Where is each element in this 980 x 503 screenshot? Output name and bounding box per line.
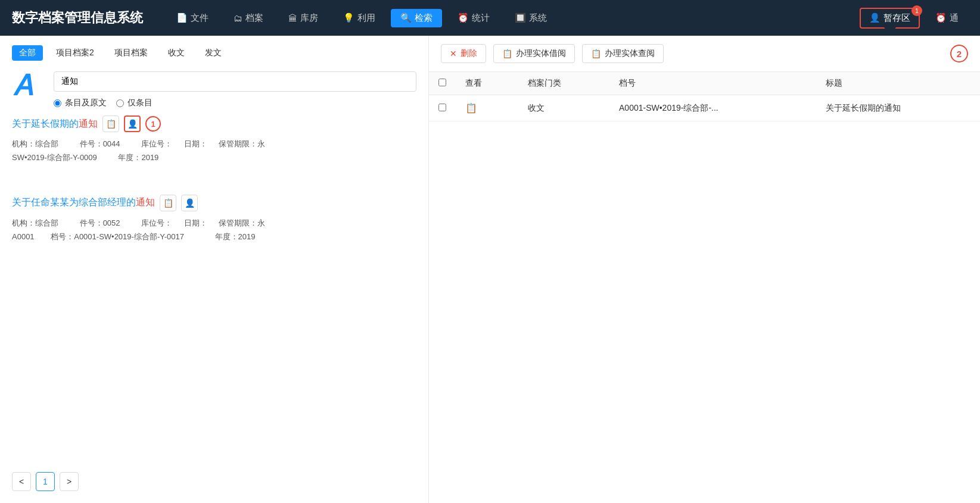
- borrow-label: 办理实体借阅: [516, 48, 566, 59]
- archive-num-label-1: SW•2019-综合部-Y-0009: [12, 153, 97, 162]
- left-panel: 全部 项目档案2 项目档案 收文 发文 𝘈 条目及原文: [0, 36, 429, 503]
- page-1[interactable]: 1: [36, 472, 55, 491]
- notification-label: 通: [950, 13, 959, 24]
- view-icon: 📋: [591, 49, 601, 58]
- radio-full[interactable]: 条目及原文: [54, 98, 107, 108]
- result-title-2[interactable]: 关于任命某某为综合部经理的通知 📋 👤: [12, 195, 416, 211]
- radio-entry-input[interactable]: [116, 99, 124, 107]
- radio-full-input[interactable]: [54, 99, 61, 107]
- page-prev[interactable]: <: [12, 472, 31, 491]
- result-item-1: 关于延长假期的通知 📋 👤 1 机构：综合部 件号：0044 库位号： 日期： …: [12, 115, 416, 177]
- right-panel: ✕ 删除 📋 办理实体借阅 📋 办理实体查阅 2 查看 档案: [429, 36, 980, 503]
- app-title: 数字档案管理信息系统: [12, 9, 143, 27]
- notification-button[interactable]: ⏰ 通: [926, 9, 968, 27]
- result-title-text-2: 关于任命某某为综合部经理的通知: [12, 196, 155, 209]
- filter-tab-project[interactable]: 项目档案: [107, 45, 155, 61]
- file-icon: 📄: [176, 13, 188, 23]
- result-title-text-1: 关于延长假期的通知: [12, 118, 98, 130]
- row-title-cell: 关于延长假期的通知: [816, 95, 980, 121]
- nav-item-system-label: 系统: [529, 13, 547, 24]
- location-label-2: 库位号：: [141, 218, 172, 227]
- archive-code-2: A0001: [12, 232, 35, 241]
- temp-zone-badge: 1: [911, 5, 922, 16]
- nav-item-archives[interactable]: 🗂 档案: [224, 9, 273, 27]
- col-category: 档案门类: [518, 72, 609, 95]
- year-label-1: 年度：2019: [118, 153, 168, 162]
- nav-item-file[interactable]: 📄 文件: [167, 9, 218, 27]
- filter-tab-outgoing[interactable]: 发文: [198, 45, 229, 61]
- location-label-1: 库位号：: [141, 139, 172, 148]
- view-doc-icon-1[interactable]: 📋: [102, 115, 119, 132]
- radio-entry-label: 仅条目: [127, 98, 153, 108]
- page-next[interactable]: >: [60, 472, 79, 491]
- table-header-row: 查看 档案门类 档号 标题: [429, 72, 980, 95]
- col-view: 查看: [456, 72, 518, 95]
- row-view-cell: 📋: [456, 95, 518, 121]
- utilize-icon: 💡: [343, 13, 354, 23]
- results-list: 关于延长假期的通知 📋 👤 1 机构：综合部 件号：0044 库位号： 日期： …: [0, 115, 428, 460]
- filter-tab-project2[interactable]: 项目档案2: [49, 45, 101, 61]
- dropdown-arrow: [884, 27, 896, 35]
- row-view-icon[interactable]: 📋: [465, 103, 477, 113]
- nav-item-system[interactable]: 🔲 系统: [505, 9, 556, 27]
- logo-icon: 𝘈: [12, 65, 48, 101]
- retention-label-1: 保管期限：永: [219, 139, 275, 148]
- year-label-2: 年度：2019: [215, 232, 265, 241]
- nav-item-archives-label: 档案: [245, 13, 263, 24]
- view-doc-icon-2[interactable]: 📋: [160, 195, 176, 211]
- delete-label: 删除: [461, 48, 477, 59]
- nav-item-file-label: 文件: [191, 13, 209, 24]
- borrow-button[interactable]: 📋 办理实体借阅: [493, 44, 575, 63]
- nav-item-warehouse-label: 库房: [300, 13, 318, 24]
- person-assign-icon-1[interactable]: 👤: [124, 115, 141, 132]
- result-title-1[interactable]: 关于延长假期的通知 📋 👤 1: [12, 115, 416, 132]
- filter-tabs: 全部 项目档案2 项目档案 收文 发文: [0, 36, 428, 65]
- logo: 𝘈: [12, 65, 48, 101]
- system-icon: 🔲: [515, 13, 526, 23]
- delete-icon: ✕: [450, 49, 457, 58]
- search-input[interactable]: [54, 71, 416, 92]
- person-assign-icon-2[interactable]: 👤: [181, 195, 198, 211]
- row-category-cell: 收文: [518, 95, 609, 121]
- archives-icon: 🗂: [234, 13, 242, 23]
- temp-zone-label: 暂存区: [883, 13, 910, 24]
- table-row: 📋 收文 A0001-SW•2019-综合部-... 关于延长假期的通知: [429, 95, 980, 121]
- col-archive-num: 档号: [609, 72, 816, 95]
- result-item-2: 关于任命某某为综合部经理的通知 📋 👤 机构：综合部 件号：0052 库位号： …: [12, 195, 416, 256]
- svg-text:𝘈: 𝘈: [13, 67, 33, 101]
- select-all-checkbox[interactable]: [438, 79, 446, 86]
- borrow-icon: 📋: [502, 49, 512, 58]
- org-label-2: 机构：综合部: [12, 218, 68, 227]
- nav-items: 📄 文件 🗂 档案 🏛 库房 💡 利用 🔍 检索 ⏰ 统计 🔲 系统: [167, 9, 860, 27]
- filter-tab-all[interactable]: 全部: [12, 45, 43, 61]
- org-label-1: 机构：综合部: [12, 139, 68, 148]
- warehouse-icon: 🏛: [288, 13, 297, 23]
- statistics-icon: ⏰: [458, 13, 469, 23]
- nav-right: 👤 暂存区 1 ⏰ 通: [860, 8, 968, 29]
- result-meta-1: 机构：综合部 件号：0044 库位号： 日期： 保管期限：永: [12, 137, 416, 151]
- filter-tab-incoming[interactable]: 收文: [161, 45, 192, 61]
- nav-item-statistics[interactable]: ⏰ 统计: [448, 9, 499, 27]
- nav-item-warehouse[interactable]: 🏛 库房: [279, 9, 328, 27]
- nav-item-utilize[interactable]: 💡 利用: [334, 9, 385, 27]
- view-label: 办理实体查阅: [605, 48, 655, 59]
- nav-item-search[interactable]: 🔍 检索: [391, 9, 442, 27]
- row-checkbox-cell: [429, 95, 456, 121]
- temp-zone-button[interactable]: 👤 暂存区 1: [860, 8, 920, 29]
- row-checkbox[interactable]: [438, 104, 446, 111]
- right-toolbar: ✕ 删除 📋 办理实体借阅 📋 办理实体查阅 2: [429, 36, 980, 72]
- radio-entry[interactable]: 仅条目: [116, 98, 153, 108]
- view-button[interactable]: 📋 办理实体查阅: [582, 44, 664, 63]
- radio-full-label: 条目及原文: [65, 98, 107, 108]
- delete-button[interactable]: ✕ 删除: [441, 44, 486, 63]
- pagination: < 1 >: [0, 460, 428, 503]
- date-label-2: 日期：: [184, 218, 207, 227]
- result-meta-2: 机构：综合部 件号：0052 库位号： 日期： 保管期限：永: [12, 216, 416, 230]
- result-meta-1b: SW•2019-综合部-Y-0009 年度：2019: [12, 151, 416, 164]
- docnum-label-2: 件号：0052: [80, 218, 130, 227]
- archive-num-label-2: 档号：A0001-SW•2019-综合部-Y-0017: [51, 232, 194, 241]
- radio-group: 条目及原文 仅条目: [54, 98, 416, 108]
- right-panel-badge: 2: [950, 45, 968, 63]
- nav-item-search-label: 检索: [415, 13, 433, 24]
- top-nav: 数字档案管理信息系统 📄 文件 🗂 档案 🏛 库房 💡 利用 🔍 检索 ⏰ 统计…: [0, 0, 980, 36]
